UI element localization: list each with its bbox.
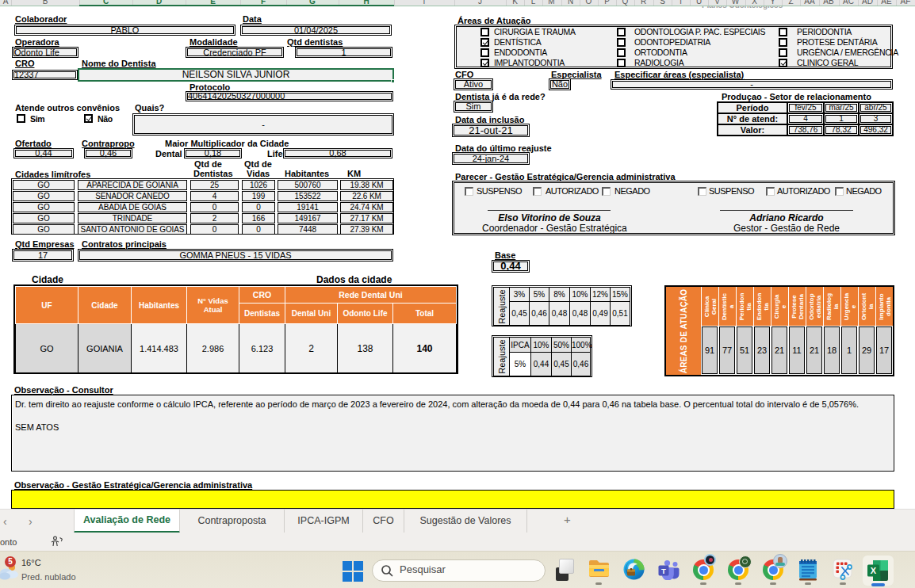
svg-text:X: X [871,566,877,575]
svg-text:T: T [661,567,666,575]
